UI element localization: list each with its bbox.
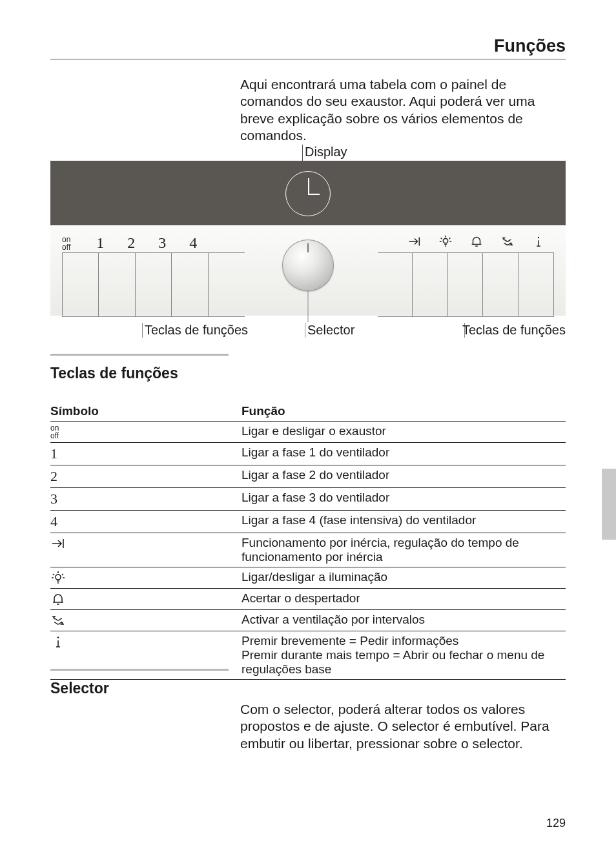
clock-icon xyxy=(285,171,331,216)
symbol-4: 4 xyxy=(50,511,241,533)
onoff-key-label: on off xyxy=(62,236,70,251)
symbol-lamp xyxy=(50,567,241,588)
symbol-interval xyxy=(50,610,241,631)
info-icon xyxy=(523,234,554,249)
desc-bell: Acertar o despertador xyxy=(241,589,566,608)
selector-caption: Selector xyxy=(307,323,354,338)
desc-onoff: Ligar e desligar o exaustor xyxy=(241,422,566,441)
svg-point-0 xyxy=(443,238,447,243)
desc-lamp: Ligar/desligar a iluminação xyxy=(241,567,566,587)
symbol-bell xyxy=(50,589,241,609)
lamp-icon xyxy=(430,234,461,249)
symbol-arrow xyxy=(50,533,241,554)
svg-point-3 xyxy=(57,637,59,638)
bell-icon xyxy=(461,234,492,249)
desc-info: Premir brevemente = Pedir informações Pr… xyxy=(241,631,566,679)
table-header-symbol: Símbolo xyxy=(50,402,241,421)
section-title-selector: Selector xyxy=(50,680,229,697)
left-function-keys: on off 1 2 3 4 xyxy=(62,234,209,252)
table-header-function: Função xyxy=(241,402,566,421)
svg-point-1 xyxy=(538,237,539,238)
section-selector: Selector xyxy=(50,669,229,697)
symbol-3: 3 xyxy=(50,488,241,510)
page-header-title: Funções xyxy=(494,36,566,56)
desc-3: Ligar a fase 3 do ventilador xyxy=(241,488,566,507)
desc-4: Ligar a fase 4 (fase intensiva) do venti… xyxy=(241,511,566,530)
left-keys-caption: Teclas de funções xyxy=(145,323,248,338)
keys-area: on off 1 2 3 4 xyxy=(50,225,566,316)
interval-icon xyxy=(492,234,523,249)
key-4: 4 xyxy=(178,234,209,252)
arrow-right-bar-icon xyxy=(399,234,430,249)
thumb-index-tab xyxy=(602,469,616,540)
key-2: 2 xyxy=(116,234,147,252)
selector-paragraph: Com o selector, poderá alterar todos os … xyxy=(240,701,566,752)
header-rule xyxy=(50,59,566,60)
key-1: 1 xyxy=(85,234,116,252)
desc-2: Ligar a fase 2 do ventilador xyxy=(241,465,566,485)
symbol-2: 2 xyxy=(50,465,241,487)
desc-interval: Activar a ventilação por intervalos xyxy=(241,610,566,629)
display-label: Display xyxy=(305,145,347,159)
desc-arrow: Funcionamento por inércia, regulação do … xyxy=(241,533,566,567)
selector-knob xyxy=(282,239,334,291)
key-3: 3 xyxy=(147,234,178,252)
symbol-1: 1 xyxy=(50,443,241,465)
symbol-onoff: onoff xyxy=(50,424,241,440)
intro-paragraph: Aqui encontrará uma tabela com o painel … xyxy=(240,76,566,144)
right-keys-caption: Teclas de funções xyxy=(462,323,566,338)
section-title-teclas: Teclas de funções xyxy=(50,365,229,382)
section-teclas: Teclas de funções xyxy=(50,354,229,382)
desc-1: Ligar a fase 1 do ventilador xyxy=(241,443,566,462)
symbol-info xyxy=(50,631,241,652)
function-table: Símbolo Função onoffLigar e desligar o e… xyxy=(50,402,566,680)
page-number: 129 xyxy=(546,817,566,830)
svg-point-2 xyxy=(56,575,61,580)
right-function-keys xyxy=(399,234,554,249)
display-area xyxy=(50,161,566,225)
